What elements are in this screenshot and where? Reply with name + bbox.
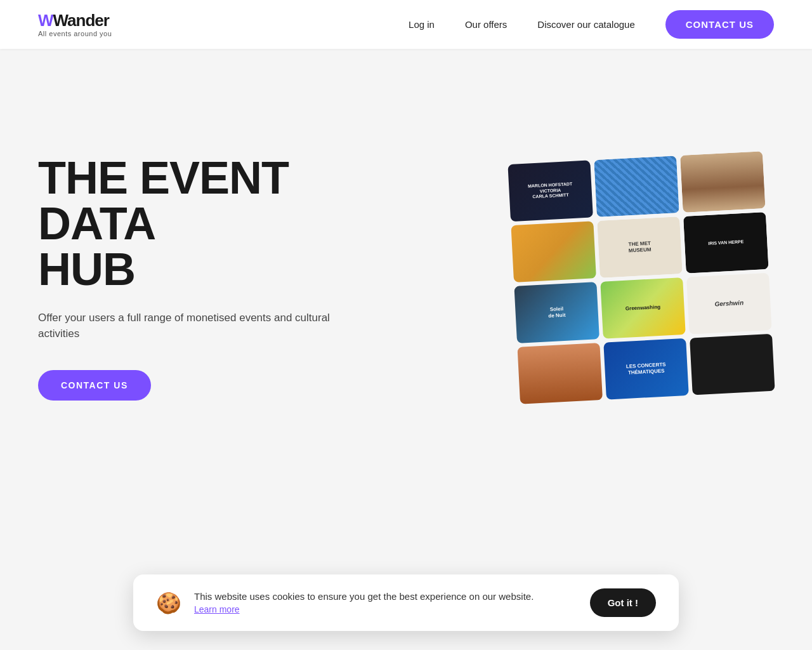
brand-tagline: All events around you [38,30,112,37]
contact-us-button-hero[interactable]: CONTACT US [38,370,151,401]
event-card-11: LES CONCERTSTHÉMATIQUES [603,338,689,400]
cookie-icon: 🍪 [156,591,181,615]
hero-title: THE EVENT DATA HUB [38,155,393,292]
event-card-2 [594,156,679,217]
event-card-12 [690,334,775,395]
event-card-7: Soleilde Nuit [514,282,599,343]
event-card-4 [511,221,596,282]
event-card-10 [517,343,603,404]
event-card-6: IRIS VAN HERPE [683,212,769,274]
hero-subtitle: Offer your users a full range of monetis… [38,310,343,342]
event-card-1: MARLON HOFSTADTVICTORIACARLA SCHMITT [508,160,593,222]
hero-content: THE EVENT DATA HUB Offer your users a fu… [38,155,393,401]
hero-section: THE EVENT DATA HUB Offer your users a fu… [0,49,812,493]
event-card-5: THE METMUSEUM [597,216,683,278]
cookie-message: This website uses cookies to ensure you … [194,591,577,602]
event-card-9: Gershwin [686,273,772,335]
contact-us-button-nav[interactable]: CONTACT US [665,10,774,39]
brand-name: WWander [38,11,112,30]
nav-offers[interactable]: Our offers [465,19,507,30]
event-grid: MARLON HOFSTADTVICTORIACARLA SCHMITT THE… [508,150,786,404]
event-card-8: Greenwashing [600,277,686,339]
event-card-3 [680,151,766,213]
navbar: WWander All events around you Log in Our… [0,0,812,49]
nav-catalogue[interactable]: Discover our catalogue [537,19,634,30]
nav-login[interactable]: Log in [409,19,435,30]
cookie-learn-more-link[interactable]: Learn more [194,604,240,614]
nav-links: Log in Our offers Discover our catalogue… [409,10,774,39]
cookie-text-area: This website uses cookies to ensure you … [194,591,577,614]
cookie-accept-button[interactable]: Got it ! [590,588,656,617]
logo[interactable]: WWander All events around you [38,11,112,37]
cookie-banner: 🍪 This website uses cookies to ensure yo… [133,574,679,631]
